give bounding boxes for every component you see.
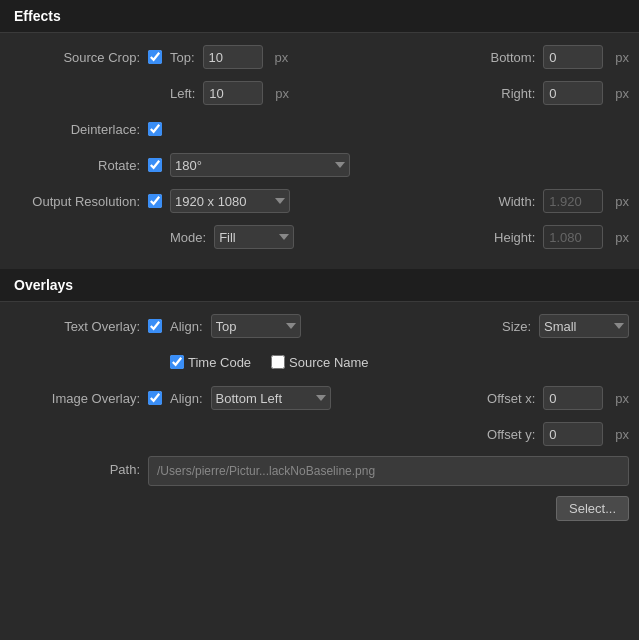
mode-select[interactable]: Fill Fit Stretch: [214, 225, 294, 249]
width-label: Width:: [498, 194, 535, 209]
time-code-group: Time Code: [170, 355, 251, 370]
text-align-select[interactable]: Top Bottom Left Bottom Right Center: [211, 314, 301, 338]
path-value: /Users/pierre/Pictur...lackNoBaseline.pn…: [148, 456, 629, 486]
text-overlay-label: Text Overlay:: [10, 319, 140, 334]
source-crop-label: Source Crop:: [10, 50, 140, 65]
time-code-checkbox[interactable]: [170, 355, 184, 369]
rotate-label: Rotate:: [10, 158, 140, 173]
rotate-select[interactable]: 180° 0° 90° 270°: [170, 153, 350, 177]
select-button[interactable]: Select...: [556, 496, 629, 521]
offset-x-unit: px: [615, 391, 629, 406]
output-res-row2: Mode: Fill Fit Stretch Height: px: [10, 223, 629, 251]
overlays-header: Overlays: [0, 269, 639, 302]
overlays-title: Overlays: [14, 277, 73, 293]
path-label: Path:: [10, 456, 140, 477]
effects-body: Source Crop: Top: px Bottom: px Left:: [0, 33, 639, 269]
offset-y-unit: px: [615, 427, 629, 442]
height-input[interactable]: [543, 225, 603, 249]
offset-x-label: Offset x:: [487, 391, 535, 406]
top-unit: px: [275, 50, 289, 65]
image-overlay-row1: Image Overlay: Align: Bottom Left Bottom…: [10, 384, 629, 412]
height-label: Height:: [494, 230, 535, 245]
text-overlay-row2: Time Code Source Name: [10, 348, 629, 376]
width-unit: px: [615, 194, 629, 209]
source-crop-checkbox[interactable]: [148, 50, 162, 64]
rotate-checkbox[interactable]: [148, 158, 162, 172]
source-name-group: Source Name: [271, 355, 368, 370]
image-overlay-row2: Offset y: px: [10, 420, 629, 448]
source-name-checkbox[interactable]: [271, 355, 285, 369]
source-crop-row1: Source Crop: Top: px Bottom: px: [10, 43, 629, 71]
bottom-unit: px: [615, 50, 629, 65]
right-unit: px: [615, 86, 629, 101]
effects-title: Effects: [14, 8, 61, 24]
resolution-select[interactable]: 1920 x 1080 1280 x 720 720 x 480: [170, 189, 290, 213]
source-crop-row2: Left: px Right: px: [10, 79, 629, 107]
effects-section: Effects Source Crop: Top: px Bottom: px: [0, 0, 639, 269]
rotate-row: Rotate: 180° 0° 90° 270°: [10, 151, 629, 179]
text-overlay-checkbox[interactable]: [148, 319, 162, 333]
image-overlay-checkbox[interactable]: [148, 391, 162, 405]
output-res-row1: Output Resolution: 1920 x 1080 1280 x 72…: [10, 187, 629, 215]
deinterlace-checkbox[interactable]: [148, 122, 162, 136]
path-row: Path: /Users/pierre/Pictur...lackNoBasel…: [10, 456, 629, 486]
text-align-label: Align:: [170, 319, 203, 334]
select-btn-row: Select...: [10, 494, 629, 522]
image-align-select[interactable]: Bottom Left Bottom Right Top Left Top Ri…: [211, 386, 331, 410]
bottom-input[interactable]: [543, 45, 603, 69]
overlays-body: Text Overlay: Align: Top Bottom Left Bot…: [0, 302, 639, 540]
output-resolution-checkbox[interactable]: [148, 194, 162, 208]
right-label: Right:: [501, 86, 535, 101]
mode-label: Mode:: [170, 230, 206, 245]
deinterlace-label: Deinterlace:: [10, 122, 140, 137]
left-input[interactable]: [203, 81, 263, 105]
right-input[interactable]: [543, 81, 603, 105]
left-unit: px: [275, 86, 289, 101]
offset-x-input[interactable]: [543, 386, 603, 410]
size-select[interactable]: Small Medium Large: [539, 314, 629, 338]
top-input[interactable]: [203, 45, 263, 69]
text-overlay-row1: Text Overlay: Align: Top Bottom Left Bot…: [10, 312, 629, 340]
deinterlace-row: Deinterlace:: [10, 115, 629, 143]
offset-y-input[interactable]: [543, 422, 603, 446]
width-input[interactable]: [543, 189, 603, 213]
top-label: Top:: [170, 50, 195, 65]
height-unit: px: [615, 230, 629, 245]
effects-header: Effects: [0, 0, 639, 33]
image-align-label: Align:: [170, 391, 203, 406]
left-label: Left:: [170, 86, 195, 101]
offset-y-label: Offset y:: [487, 427, 535, 442]
source-name-label: Source Name: [289, 355, 368, 370]
time-code-label: Time Code: [188, 355, 251, 370]
size-label: Size:: [502, 319, 531, 334]
bottom-label: Bottom:: [490, 50, 535, 65]
image-overlay-label: Image Overlay:: [10, 391, 140, 406]
overlays-section: Overlays Text Overlay: Align: Top Bottom…: [0, 269, 639, 540]
output-resolution-label: Output Resolution:: [10, 194, 140, 209]
